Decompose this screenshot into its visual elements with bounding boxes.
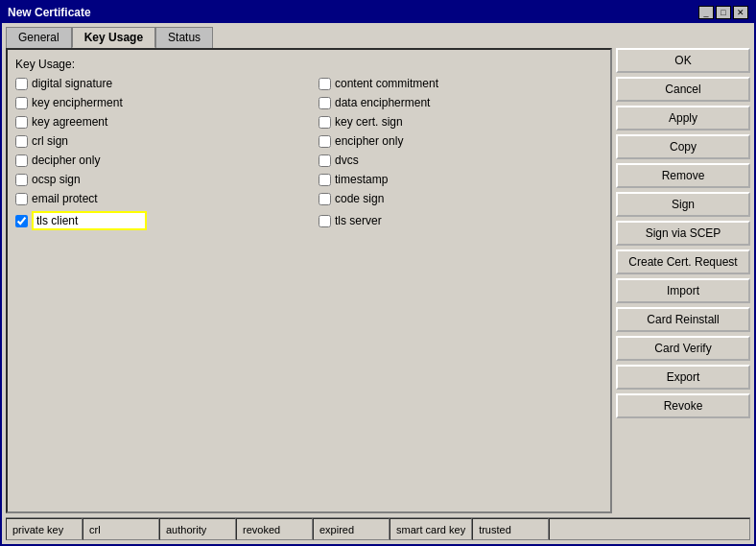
checkbox-tls-client[interactable] — [15, 215, 28, 227]
tab-key-usage[interactable]: Key Usage — [72, 27, 155, 48]
import-button[interactable]: Import — [616, 278, 750, 303]
apply-button[interactable]: Apply — [616, 106, 750, 131]
checkbox-dvcs[interactable] — [319, 154, 331, 167]
label-timestamp: timestamp — [335, 173, 388, 186]
key-usage-label: Key Usage: — [15, 58, 75, 71]
card-reinstall-button[interactable]: Card Reinstall — [616, 307, 750, 332]
sidebar: OK Cancel Apply Copy Remove Sign Sign vi… — [616, 48, 750, 513]
checkbox-item-content-commitment: content commitment — [319, 77, 602, 90]
title-controls: _ □ ✕ — [698, 6, 748, 19]
status-trusted: trusted — [472, 518, 549, 540]
ok-button[interactable]: OK — [616, 48, 750, 73]
checkbox-encipher-only[interactable] — [319, 135, 331, 148]
checkbox-item-data-encipherment: data encipherment — [319, 96, 602, 109]
status-revoked: revoked — [236, 518, 313, 540]
window-title: New Certificate — [8, 6, 91, 19]
label-key-encipherment: key encipherment — [32, 96, 123, 109]
checkbox-ocsp-sign[interactable] — [15, 174, 28, 186]
status-bar: private key crl authority revoked expire… — [6, 517, 750, 540]
tab-status[interactable]: Status — [155, 27, 213, 48]
maximize-button[interactable]: □ — [716, 6, 731, 19]
label-ocsp-sign: ocsp sign — [32, 173, 81, 186]
label-key-agreement: key agreement — [32, 115, 107, 129]
main-window: New Certificate _ □ ✕ General Key Usage … — [0, 0, 756, 546]
copy-button[interactable]: Copy — [616, 134, 750, 159]
tls-client-input[interactable] — [32, 211, 147, 230]
checkbox-item-decipher-only: decipher only — [15, 154, 299, 167]
checkbox-code-sign[interactable] — [319, 193, 331, 205]
status-authority: authority — [159, 518, 236, 540]
checkbox-decipher-only[interactable] — [15, 154, 28, 167]
checkbox-item-digital-signature: digital signature — [15, 77, 299, 90]
status-smart-card-key: smart card key — [390, 518, 472, 540]
close-button[interactable]: ✕ — [733, 6, 748, 19]
minimize-button[interactable]: _ — [698, 6, 714, 19]
window-body: General Key Usage Status Key Usage: digi… — [2, 23, 754, 544]
checkbox-key-agreement[interactable] — [15, 116, 28, 129]
checkbox-item-crl-sign: crl sign — [15, 134, 299, 148]
tab-general[interactable]: General — [6, 27, 72, 48]
create-cert-request-button[interactable]: Create Cert. Request — [616, 249, 750, 274]
checkbox-digital-signature[interactable] — [15, 78, 28, 90]
title-bar: New Certificate _ □ ✕ — [2, 2, 754, 23]
checkbox-item-email-protect: email protect — [15, 192, 299, 205]
checkbox-email-protect[interactable] — [15, 193, 28, 205]
key-usage-row: Key Usage: — [15, 58, 602, 71]
status-empty — [549, 518, 750, 540]
checkbox-item-dvcs: dvcs — [319, 154, 602, 167]
revoke-button[interactable]: Revoke — [616, 393, 750, 418]
status-expired: expired — [313, 518, 390, 540]
label-decipher-only: decipher only — [32, 154, 100, 167]
remove-button[interactable]: Remove — [616, 163, 750, 188]
checkbox-item-tls-server: tls server — [319, 211, 602, 230]
checkbox-item-encipher-only: encipher only — [319, 134, 602, 148]
checkboxes-grid: digital signature content commitment key… — [15, 77, 602, 230]
label-code-sign: code sign — [335, 192, 384, 205]
checkbox-tls-server[interactable] — [319, 215, 331, 227]
content-area: Key Usage: digital signature content com… — [6, 48, 750, 513]
label-data-encipherment: data encipherment — [335, 96, 430, 109]
status-private-key: private key — [6, 518, 83, 540]
cancel-button[interactable]: Cancel — [616, 77, 750, 102]
card-verify-button[interactable]: Card Verify — [616, 336, 750, 361]
label-content-commitment: content commitment — [335, 77, 438, 90]
sign-button[interactable]: Sign — [616, 192, 750, 217]
label-digital-signature: digital signature — [32, 77, 112, 90]
label-email-protect: email protect — [32, 192, 98, 205]
label-tls-server: tls server — [335, 214, 382, 227]
sign-via-scep-button[interactable]: Sign via SCEP — [616, 221, 750, 246]
label-crl-sign: crl sign — [32, 134, 68, 148]
export-button[interactable]: Export — [616, 365, 750, 390]
checkbox-item-ocsp-sign: ocsp sign — [15, 173, 299, 186]
checkbox-item-key-encipherment: key encipherment — [15, 96, 299, 109]
checkbox-item-code-sign: code sign — [319, 192, 602, 205]
checkbox-item-timestamp: timestamp — [319, 173, 602, 186]
label-dvcs: dvcs — [335, 154, 359, 167]
tab-bar: General Key Usage Status — [6, 27, 750, 48]
label-key-cert-sign: key cert. sign — [335, 115, 403, 129]
checkbox-crl-sign[interactable] — [15, 135, 28, 148]
checkbox-key-encipherment[interactable] — [15, 97, 28, 109]
checkbox-item-tls-client — [15, 211, 299, 230]
checkbox-content-commitment[interactable] — [319, 78, 331, 90]
checkbox-item-key-cert-sign: key cert. sign — [319, 115, 602, 129]
status-crl: crl — [83, 518, 159, 540]
checkbox-key-cert-sign[interactable] — [319, 116, 331, 129]
checkbox-timestamp[interactable] — [319, 174, 331, 186]
checkbox-data-encipherment[interactable] — [319, 97, 331, 109]
checkbox-item-key-agreement: key agreement — [15, 115, 299, 129]
main-panel: Key Usage: digital signature content com… — [6, 48, 612, 513]
label-encipher-only: encipher only — [335, 134, 403, 148]
